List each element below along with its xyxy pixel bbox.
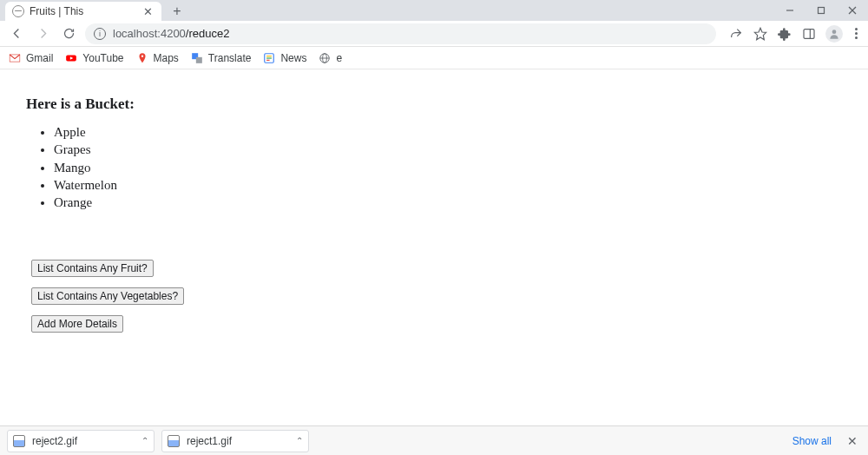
svg-rect-5 [804, 29, 814, 38]
bookmark-translate[interactable]: Translate [191, 52, 252, 64]
svg-point-7 [832, 30, 837, 34]
globe-icon [319, 52, 331, 64]
downloads-bar: reject2.gif ⌃ reject1.gif ⌃ Show all ✕ [0, 425, 868, 455]
download-item[interactable]: reject1.gif ⌃ [161, 430, 309, 452]
close-downloads-bar-icon[interactable]: ✕ [844, 432, 861, 450]
tab-title: Fruits | This [30, 5, 135, 17]
svg-marker-4 [754, 28, 766, 39]
window-controls [774, 0, 868, 21]
reload-button[interactable] [59, 24, 78, 43]
news-icon [263, 52, 275, 64]
chrome-menu-icon[interactable] [852, 28, 861, 39]
page-content: Here is a Bucket: Apple Grapes Mango Wat… [0, 69, 868, 333]
back-button[interactable] [7, 24, 26, 43]
download-filename: reject1.gif [187, 435, 289, 447]
bookmark-youtube[interactable]: YouTube [65, 52, 123, 64]
address-bar[interactable]: i localhost:4200/reduce2 [85, 23, 716, 44]
bookmark-e[interactable]: e [319, 52, 342, 64]
show-all-downloads-link[interactable]: Show all [792, 435, 832, 447]
bookmark-maps[interactable]: Maps [136, 52, 179, 64]
chevron-up-icon[interactable]: ⌃ [141, 436, 148, 445]
browser-toolbar: i localhost:4200/reduce2 [0, 21, 868, 47]
url-text: localhost:4200/reduce2 [113, 27, 229, 40]
share-icon[interactable] [728, 26, 744, 42]
list-item: Apple [54, 123, 842, 141]
side-panel-icon[interactable] [801, 26, 817, 42]
check-fruit-button[interactable]: List Contains Any Fruit? [31, 260, 154, 277]
check-vegetables-button[interactable]: List Contains Any Vegetables? [31, 287, 184, 305]
svg-point-11 [141, 55, 142, 56]
svg-rect-13 [196, 56, 202, 63]
list-item: Mango [54, 159, 842, 176]
gmail-icon [9, 52, 21, 64]
svg-rect-1 [819, 8, 825, 14]
list-item: Grapes [54, 141, 842, 158]
forward-button[interactable] [33, 24, 52, 43]
new-tab-button[interactable]: + [167, 2, 187, 21]
chevron-up-icon[interactable]: ⌃ [296, 436, 303, 445]
browser-tab[interactable]: Fruits | This ✕ [5, 2, 161, 21]
maximize-button[interactable] [806, 0, 837, 21]
youtube-icon [65, 52, 77, 64]
list-item: Orange [54, 194, 842, 211]
globe-icon [12, 5, 24, 17]
maps-icon [136, 52, 148, 64]
file-icon [168, 435, 180, 447]
profile-avatar[interactable] [825, 25, 843, 43]
list-item: Watermelon [54, 176, 842, 194]
bookmark-news[interactable]: News [263, 52, 306, 64]
add-more-details-button[interactable]: Add More Details [31, 315, 123, 333]
page-heading: Here is a Bucket: [26, 96, 842, 113]
window-close-button[interactable] [837, 0, 868, 21]
extensions-icon[interactable] [777, 26, 792, 42]
download-filename: reject2.gif [32, 435, 135, 447]
bookmark-gmail[interactable]: Gmail [9, 52, 53, 64]
close-tab-icon[interactable]: ✕ [141, 4, 155, 18]
site-info-icon[interactable]: i [94, 28, 106, 40]
file-icon [13, 435, 25, 447]
fruit-list: Apple Grapes Mango Watermelon Orange [26, 123, 842, 211]
download-item[interactable]: reject2.gif ⌃ [7, 430, 155, 452]
minimize-button[interactable] [774, 0, 806, 21]
star-icon[interactable] [753, 26, 768, 42]
translate-icon [191, 52, 203, 64]
bookmarks-bar: Gmail YouTube Maps Translate News e [0, 47, 868, 69]
tab-strip: Fruits | This ✕ + [0, 0, 868, 21]
